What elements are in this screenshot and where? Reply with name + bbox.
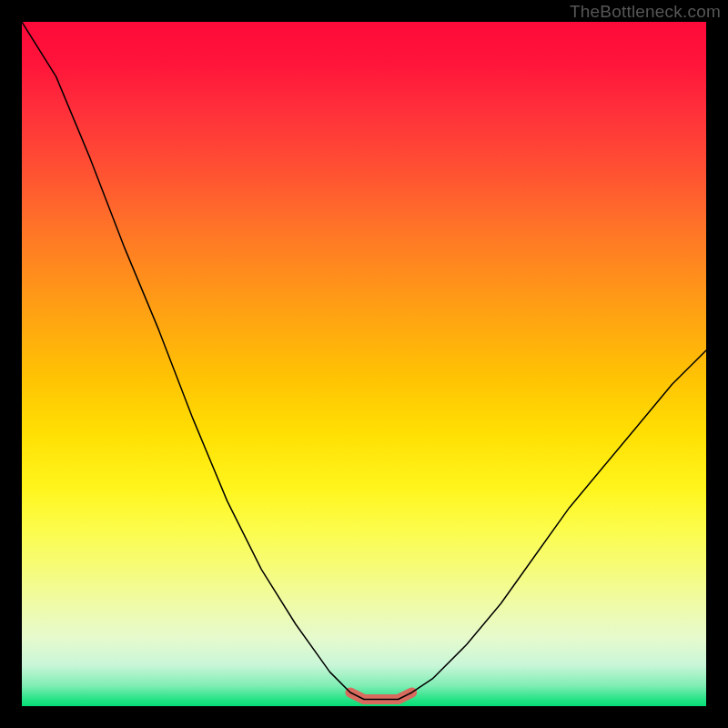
watermark-text: TheBottleneck.com [570,2,721,22]
chart-frame: TheBottleneck.com [0,0,728,728]
chart-svg [22,22,706,706]
bottleneck-curve-line [22,22,706,699]
plot-area [22,22,706,706]
recommended-range-line [350,693,412,700]
